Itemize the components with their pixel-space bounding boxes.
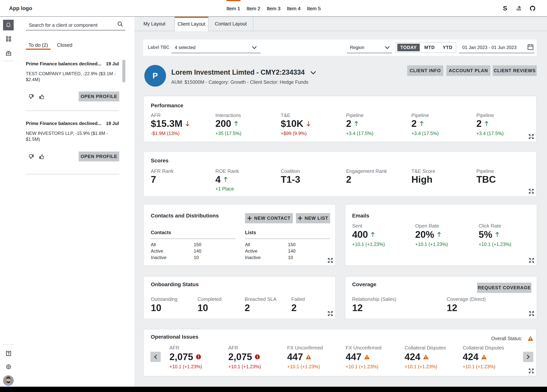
svg-text:?: ? <box>7 351 10 356</box>
